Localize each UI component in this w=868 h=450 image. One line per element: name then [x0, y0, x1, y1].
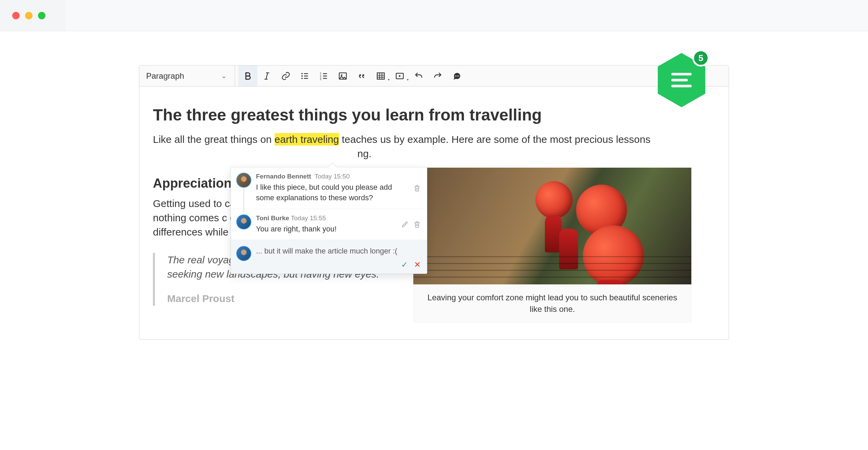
browser-chrome — [0, 0, 868, 31]
svg-text:3: 3 — [320, 77, 321, 80]
comment-text: I like this piece, but could you please … — [256, 182, 409, 203]
bullet-list-button[interactable] — [295, 65, 314, 86]
avatar — [236, 173, 251, 188]
editor-content[interactable]: The three greatest things you learn from… — [139, 87, 729, 339]
figure-image[interactable] — [413, 168, 691, 284]
highlighted-text: earth traveling — [275, 133, 339, 146]
avatar — [236, 214, 251, 229]
trash-icon[interactable] — [413, 221, 421, 228]
comment-item: Toni Burke Today 15:55 You are right, th… — [231, 209, 427, 240]
document-title: The three greatest things you learn from… — [153, 104, 715, 126]
comment-thread-popup: Fernando Bennett Today 15:50 I like this… — [231, 167, 427, 274]
numbered-list-button[interactable]: 123 — [314, 65, 333, 86]
comment-meta: Toni Burke Today 15:55 — [256, 214, 396, 222]
edit-icon[interactable] — [401, 221, 409, 228]
svg-point-0 — [301, 73, 303, 74]
window-controls — [12, 12, 45, 19]
image-button[interactable] — [333, 65, 352, 86]
comment-item: Fernando Bennett Today 15:50 I like this… — [231, 167, 427, 209]
comments-count: 5 — [692, 50, 709, 67]
trash-icon[interactable] — [413, 184, 421, 192]
undo-button[interactable] — [409, 65, 428, 86]
reply-input[interactable]: ... but it will make the article much lo… — [256, 246, 421, 257]
address-bar[interactable] — [66, 0, 868, 31]
figure: Leaving your comfort zone might lead you… — [413, 168, 691, 322]
comment-button[interactable] — [447, 65, 466, 86]
quote-author: Marcel Proust — [167, 292, 397, 306]
toolbar-tools: 123 — [235, 65, 466, 86]
reply-row: ... but it will make the article much lo… — [231, 240, 427, 274]
blockquote-button[interactable] — [352, 65, 371, 86]
comments-badge[interactable]: 5 — [658, 53, 705, 107]
svg-point-7 — [341, 74, 342, 76]
maximize-window-button[interactable] — [38, 12, 45, 19]
submit-reply-button[interactable]: ✓ — [401, 260, 408, 269]
svg-point-2 — [301, 77, 303, 79]
avatar — [236, 246, 251, 261]
close-window-button[interactable] — [12, 12, 20, 19]
link-button[interactable] — [276, 65, 295, 86]
chevron-down-icon: ⌄ — [221, 72, 226, 80]
page-canvas: 5 Paragraph ⌄ — [0, 31, 868, 340]
editor-toolbar: Paragraph ⌄ 123 — [139, 65, 729, 87]
svg-point-11 — [457, 75, 458, 76]
heading-label: Paragraph — [146, 71, 184, 81]
svg-point-1 — [301, 75, 303, 76]
table-button[interactable] — [371, 65, 390, 86]
svg-point-12 — [458, 75, 459, 76]
svg-rect-8 — [377, 73, 384, 79]
heading-dropdown[interactable]: Paragraph ⌄ — [139, 65, 235, 86]
svg-point-10 — [455, 75, 456, 76]
minimize-window-button[interactable] — [25, 12, 33, 19]
redo-button[interactable] — [428, 65, 447, 86]
figure-caption: Leaving your comfort zone might lead you… — [413, 284, 691, 322]
cancel-reply-button[interactable]: ✕ — [414, 260, 421, 269]
comment-text: You are right, thank you! — [256, 224, 396, 235]
comment-meta: Fernando Bennett Today 15:50 — [256, 173, 409, 180]
bold-button[interactable] — [238, 65, 257, 86]
editor-frame: Paragraph ⌄ 123 — [139, 65, 729, 340]
intro-paragraph: Like all the great things on earth trave… — [153, 132, 715, 161]
media-button[interactable] — [390, 65, 409, 86]
italic-button[interactable] — [257, 65, 276, 86]
